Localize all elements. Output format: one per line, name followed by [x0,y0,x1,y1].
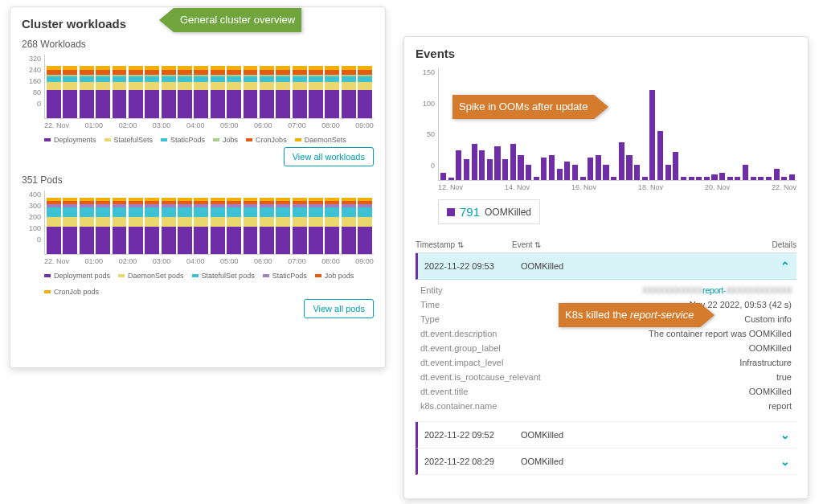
view-all-pods-button[interactable]: View all pods [304,299,374,318]
th-event[interactable]: Event ⇅ [512,240,772,249]
workloads-yaxis: 320240160800 [22,55,41,119]
events-legend-label: OOMKilled [485,207,531,218]
event-timestamp: 2022-11-22 09:53 [424,261,521,271]
workloads-chart[interactable] [44,55,374,119]
annotation-spike: Spike in OOMs after update [452,95,608,119]
events-title: Events [416,47,796,60]
event-row-expanded[interactable]: 2022-11-22 09:53 OOMKilled ⌃ [416,253,796,280]
cluster-workloads-card: Cluster workloads 268 Workloads 32024016… [10,6,386,368]
chevron-up-icon: ⌃ [780,260,790,272]
view-all-workloads-button[interactable]: View all workloads [284,147,374,166]
events-yaxis: 150100500 [416,68,435,181]
events-count: 791 [460,205,480,219]
chevron-down-icon: ⌄ [780,455,790,468]
events-chart[interactable] [438,68,796,181]
annotation-overview: General cluster overview [159,8,301,32]
event-row[interactable]: 2022-11-22 08:29OOMKilled⌄ [416,449,796,475]
pods-yaxis: 4003002001000 [22,191,41,255]
event-name: OOMKilled [521,261,780,271]
th-details: Details [772,240,796,249]
pods-subtitle: 351 Pods [22,174,374,186]
annotation-killed: K8s killed the report-service [559,303,714,327]
workloads-subtitle: 268 Workloads [22,39,374,50]
pods-xaxis: 22. Nov01:0002:0003:0004:0005:0006:0007:… [44,257,374,265]
pods-legend: Deployment podsDaemonSet podsStatefulSet… [44,272,374,296]
pods-chart[interactable] [44,191,374,255]
th-timestamp[interactable]: Timestamp ⇅ [416,240,512,249]
event-detail-panel: EntityXXXXXXXXXXXreport-XXXXXXXXXXXXTime… [416,280,796,422]
workloads-legend: DeploymentsStatefulSetsStaticPodsJobsCro… [44,136,374,144]
events-table-header: Timestamp ⇅ Event ⇅ Details [416,237,796,253]
events-legend[interactable]: 791 OOMKilled [438,199,540,224]
workloads-xaxis: 22. Nov01:0002:0003:0004:0005:0006:0007:… [44,121,374,129]
event-row[interactable]: 2022-11-22 09:52OOMKilled⌄ [416,422,796,449]
legend-swatch [447,208,455,216]
chevron-down-icon: ⌄ [780,428,790,441]
events-xaxis: 12. Nov14. Nov16. Nov18. Nov20. Nov22. N… [438,183,796,191]
